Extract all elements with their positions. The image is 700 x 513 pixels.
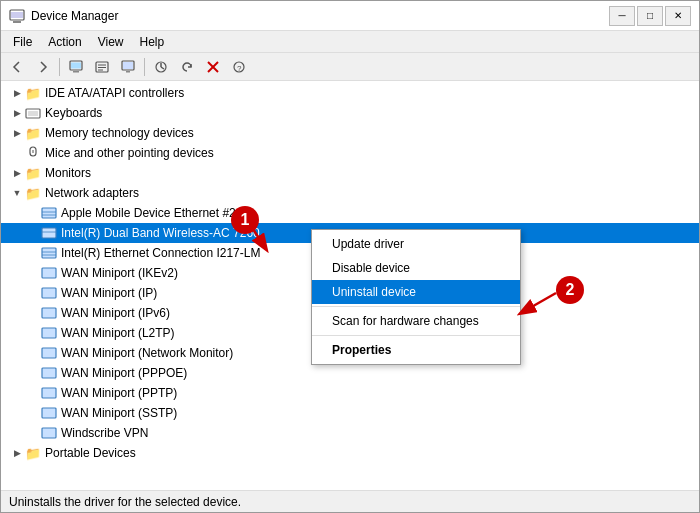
restore-button[interactable]: □ <box>637 6 663 26</box>
svg-rect-24 <box>42 208 56 218</box>
title-bar: Device Manager ─ □ ✕ <box>1 1 699 31</box>
tree-item-network[interactable]: ▼ 📁 Network adapters <box>1 183 699 203</box>
svg-rect-1 <box>13 21 21 23</box>
menu-action[interactable]: Action <box>40 33 89 51</box>
expander-ide[interactable]: ▶ <box>9 85 25 101</box>
spacer-intel-eth: ▶ <box>25 245 41 261</box>
svg-text:?: ? <box>237 64 242 73</box>
label-wan-l2tp: WAN Miniport (L2TP) <box>61 326 175 340</box>
svg-line-15 <box>161 67 164 69</box>
main-content: ▶ 📁 IDE ATA/ATAPI controllers ▶ Keyboard… <box>1 81 699 490</box>
minimize-button[interactable]: ─ <box>609 6 635 26</box>
svg-rect-37 <box>42 368 56 378</box>
ctx-update-driver[interactable]: Update driver <box>312 232 520 256</box>
help-button[interactable]: ? <box>227 56 251 78</box>
svg-rect-4 <box>73 71 79 73</box>
network-icon-wan-ikev2 <box>41 265 57 281</box>
toolbar: ? <box>1 53 699 81</box>
spacer-intel-wifi: ▶ <box>25 225 41 241</box>
ctx-separator <box>312 306 520 307</box>
tree-item-wan-pppoe[interactable]: ▶ WAN Miniport (PPPOE) <box>1 363 699 383</box>
folder-icon-network: 📁 <box>25 185 41 201</box>
tree-item-wan-pptp[interactable]: ▶ WAN Miniport (PPTP) <box>1 383 699 403</box>
label-portable: Portable Devices <box>45 446 136 460</box>
monitor-button[interactable] <box>116 56 140 78</box>
tree-item-portable[interactable]: ▶ 📁 Portable Devices <box>1 443 699 463</box>
label-intel-eth: Intel(R) Ethernet Connection I217-LM <box>61 246 260 260</box>
svg-rect-29 <box>42 248 56 258</box>
tree-item-wan-sstp[interactable]: ▶ WAN Miniport (SSTP) <box>1 403 699 423</box>
svg-rect-39 <box>42 408 56 418</box>
delete-button[interactable] <box>201 56 225 78</box>
label-ide: IDE ATA/ATAPI controllers <box>45 86 184 100</box>
network-icon-windscribe <box>41 425 57 441</box>
device-manager-window: Device Manager ─ □ ✕ File Action View He… <box>0 0 700 513</box>
app-icon <box>9 8 25 24</box>
svg-rect-5 <box>71 62 81 68</box>
mouse-icon <box>25 145 41 161</box>
back-button[interactable] <box>5 56 29 78</box>
svg-rect-2 <box>11 12 23 18</box>
tree-item-monitors[interactable]: ▶ 📁 Monitors <box>1 163 699 183</box>
label-intel-wifi: Intel(R) Dual Band Wireless-AC 7260 <box>61 226 260 240</box>
status-bar: Uninstalls the driver for the selected d… <box>1 490 699 512</box>
label-apple: Apple Mobile Device Ethernet #2 <box>61 206 236 220</box>
ctx-uninstall-device[interactable]: Uninstall device <box>312 280 520 304</box>
expander-mice[interactable] <box>9 145 25 161</box>
callout-2: 2 <box>556 276 584 304</box>
folder-icon-monitors: 📁 <box>25 165 41 181</box>
menu-bar: File Action View Help <box>1 31 699 53</box>
svg-rect-36 <box>42 348 56 358</box>
label-memory: Memory technology devices <box>45 126 194 140</box>
svg-rect-12 <box>126 71 130 73</box>
svg-rect-11 <box>123 62 133 69</box>
tree-item-mice[interactable]: Mice and other pointing devices <box>1 143 699 163</box>
context-menu: Update driver Disable device Uninstall d… <box>311 229 521 365</box>
tree-item-keyboards[interactable]: ▶ Keyboards <box>1 103 699 123</box>
expander-portable[interactable]: ▶ <box>9 445 25 461</box>
ctx-scan-hardware[interactable]: Scan for hardware changes <box>312 309 520 333</box>
spacer-apple: ▶ <box>25 205 41 221</box>
scan-button[interactable] <box>149 56 173 78</box>
label-windscribe: Windscribe VPN <box>61 426 148 440</box>
folder-icon-keyboards <box>25 105 41 121</box>
network-icon-wan-ipv6 <box>41 305 57 321</box>
label-wan-ip: WAN Miniport (IP) <box>61 286 157 300</box>
network-icon-wan-pppoe <box>41 365 57 381</box>
tree-item-apple[interactable]: ▶ Apple Mobile Device Ethernet #2 <box>1 203 699 223</box>
computer-button[interactable] <box>64 56 88 78</box>
ctx-disable-device[interactable]: Disable device <box>312 256 520 280</box>
tree-item-memory[interactable]: ▶ 📁 Memory technology devices <box>1 123 699 143</box>
window-title: Device Manager <box>31 9 609 23</box>
tree-item-ide[interactable]: ▶ 📁 IDE ATA/ATAPI controllers <box>1 83 699 103</box>
ctx-separator2 <box>312 335 520 336</box>
close-button[interactable]: ✕ <box>665 6 691 26</box>
tree-item-windscribe[interactable]: ▶ Windscribe VPN <box>1 423 699 443</box>
menu-file[interactable]: File <box>5 33 40 51</box>
forward-button[interactable] <box>31 56 55 78</box>
svg-rect-35 <box>42 328 56 338</box>
label-wan-netmon: WAN Miniport (Network Monitor) <box>61 346 233 360</box>
svg-rect-40 <box>42 428 56 438</box>
network-icon-wan-pptp <box>41 385 57 401</box>
callout-1: 1 <box>231 206 259 234</box>
menu-help[interactable]: Help <box>132 33 173 51</box>
menu-view[interactable]: View <box>90 33 132 51</box>
folder-icon-ide: 📁 <box>25 85 41 101</box>
svg-rect-38 <box>42 388 56 398</box>
label-mice: Mice and other pointing devices <box>45 146 214 160</box>
ctx-properties[interactable]: Properties <box>312 338 520 362</box>
window-controls: ─ □ ✕ <box>609 6 691 26</box>
label-wan-pppoe: WAN Miniport (PPPOE) <box>61 366 187 380</box>
expander-network[interactable]: ▼ <box>9 185 25 201</box>
update-button[interactable] <box>175 56 199 78</box>
svg-rect-34 <box>42 308 56 318</box>
properties-button[interactable] <box>90 56 114 78</box>
network-icon-intel-wifi <box>41 225 57 241</box>
sep1 <box>59 58 60 76</box>
expander-monitors[interactable]: ▶ <box>9 165 25 181</box>
network-icon-intel-eth <box>41 245 57 261</box>
label-wan-ikev2: WAN Miniport (IKEv2) <box>61 266 178 280</box>
expander-memory[interactable]: ▶ <box>9 125 25 141</box>
expander-keyboards[interactable]: ▶ <box>9 105 25 121</box>
